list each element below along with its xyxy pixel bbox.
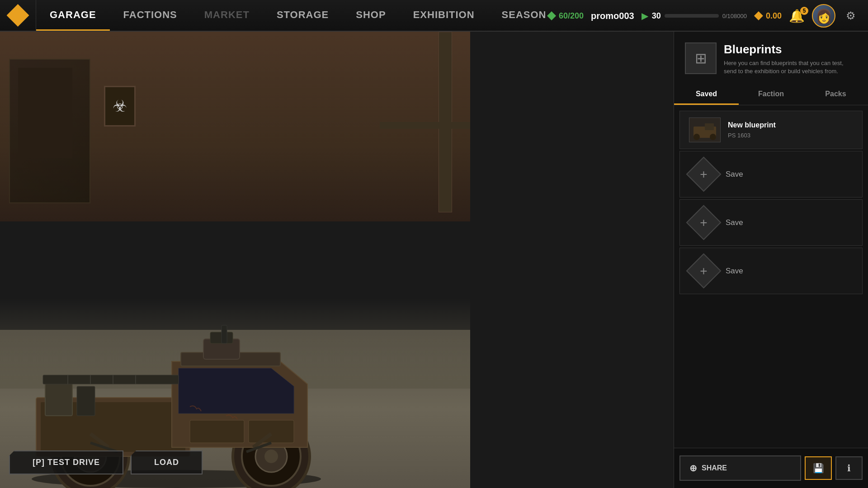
blueprint-info: New blueprint PS 1603 [728, 121, 776, 139]
save-label-3: Save [726, 267, 743, 276]
save-diamond-3: + [689, 256, 718, 286]
nav-item-storage[interactable]: Storage [263, 0, 342, 31]
tab-packs[interactable]: Packs [803, 84, 868, 105]
load-button[interactable]: Load [131, 450, 203, 474]
info-button[interactable]: ℹ [835, 456, 863, 480]
svg-point-30 [710, 134, 716, 140]
coins-resource: 0.00 [754, 11, 782, 21]
plus-icon-1: + [700, 167, 707, 182]
energy-resource: 60/200 [547, 11, 584, 21]
nav-item-garage[interactable]: Garage [36, 0, 110, 31]
xp-value: 30 [652, 11, 661, 21]
share-label: Share [702, 464, 727, 472]
svg-rect-19 [43, 375, 179, 384]
tab-saved[interactable]: Saved [674, 84, 739, 105]
svg-rect-17 [45, 380, 72, 416]
nav-item-shop[interactable]: Shop [342, 0, 399, 31]
energy-icon [547, 11, 556, 20]
scaffold-beam [380, 122, 470, 129]
save-blueprint-icon: 💾 [813, 463, 824, 474]
save-slot-2[interactable]: + Save [679, 199, 863, 246]
save-label-1: Save [726, 170, 743, 179]
xp-arrow-icon: ▶ [642, 10, 648, 21]
save-slot-3[interactable]: + Save [679, 248, 863, 294]
blueprint-thumbnail [689, 117, 721, 142]
blueprints-title: Blueprints [724, 42, 857, 56]
notification-button[interactable]: 🔔 5 [789, 9, 805, 23]
blueprints-list: New blueprint PS 1603 + Save + Save + [674, 105, 868, 448]
save-slot-1[interactable]: + Save [679, 151, 863, 197]
blueprints-title-area: Blueprints Here you can find blueprints … [724, 42, 857, 75]
save-blueprint-button[interactable]: 💾 [805, 456, 832, 480]
blueprints-icon-box: ⊞ [685, 42, 717, 74]
blueprints-panel: ⊞ Blueprints Here you can find blueprint… [674, 32, 868, 488]
poster: ☣ [104, 86, 136, 127]
blueprint-name: New blueprint [728, 121, 776, 129]
blueprint-item-new[interactable]: New blueprint PS 1603 [679, 111, 863, 149]
share-icon: ⊕ [689, 463, 697, 474]
save-diamond-1: + [689, 160, 718, 189]
energy-value: 60/200 [559, 11, 584, 21]
blueprints-tabs: Saved Faction Packs [674, 84, 868, 105]
coins-icon [754, 11, 763, 20]
settings-button[interactable]: ⚙ [843, 8, 859, 24]
coins-value: 0.00 [766, 11, 782, 21]
garage-area: ☣ [0, 32, 470, 488]
xp-bar-outer [665, 14, 719, 18]
wall-panel [18, 68, 72, 158]
blueprints-header: ⊞ Blueprints Here you can find blueprint… [674, 32, 868, 75]
nav-item-exhibition[interactable]: Exhibition [400, 0, 488, 31]
blueprints-icon: ⊞ [695, 50, 707, 67]
save-label-2: Save [726, 218, 743, 227]
xp-bar-container: ▶ 30 0/108000 [642, 10, 747, 21]
xp-progress-text: 0/108000 [722, 13, 747, 19]
svg-rect-11 [190, 420, 244, 443]
plus-icon-3: + [700, 264, 707, 278]
blueprints-description: Here you can find blueprints that you ca… [724, 59, 857, 75]
top-navigation: Garage Factions Market Storage Shop Exhi… [0, 0, 868, 32]
player-name: promo003 [591, 11, 634, 21]
hud-area: 60/200 promo003 ▶ 30 0/108000 0.00 🔔 5 👩 [538, 0, 868, 32]
share-button[interactable]: ⊕ Share [679, 455, 801, 481]
save-diamond-2: + [689, 208, 718, 237]
blueprints-bottom-bar: ⊕ Share 💾 ℹ [674, 448, 868, 488]
settings-icon: ⚙ [846, 9, 856, 22]
nav-item-market: Market [191, 0, 263, 31]
svg-rect-18 [77, 386, 95, 416]
svg-rect-12 [249, 420, 294, 443]
svg-rect-16 [222, 325, 227, 343]
notification-count: 5 [800, 7, 808, 15]
svg-point-29 [693, 134, 700, 140]
player-avatar[interactable]: 👩 [812, 4, 835, 28]
svg-point-8 [264, 450, 278, 463]
tab-faction[interactable]: Faction [739, 84, 803, 105]
plus-icon-2: + [700, 216, 707, 230]
svg-rect-31 [705, 123, 714, 130]
bottom-actions: [P] Test drive Load [9, 450, 203, 474]
nav-item-factions[interactable]: Factions [110, 0, 191, 31]
blueprint-ps: PS 1603 [728, 132, 750, 139]
test-drive-button[interactable]: [P] Test drive [9, 450, 123, 474]
info-icon: ℹ [847, 463, 851, 474]
